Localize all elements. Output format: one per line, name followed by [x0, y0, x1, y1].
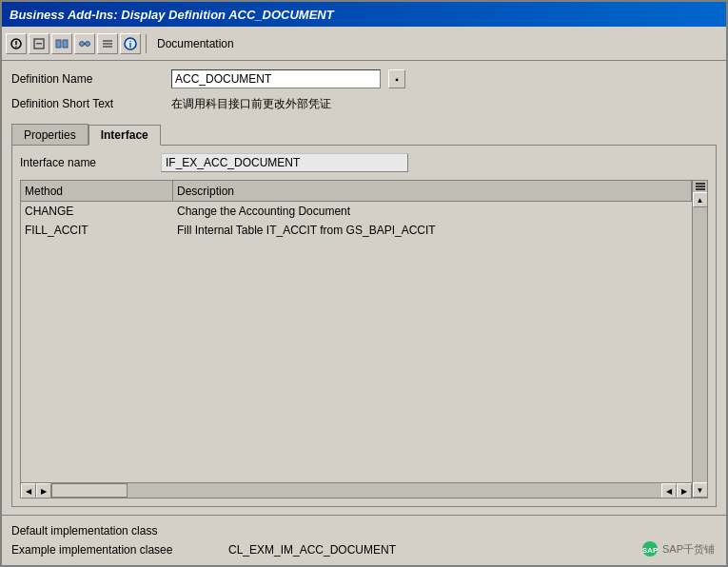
- interface-name-label: Interface name: [20, 156, 153, 169]
- svg-point-2: [15, 46, 17, 48]
- hscroll-end-right-btn[interactable]: ▶: [677, 483, 692, 498]
- svg-point-8: [86, 41, 90, 46]
- bottom-area: Default implementation class Example imp…: [2, 515, 726, 565]
- cell-method-1: FILL_ACCIT: [21, 221, 173, 239]
- tab-properties[interactable]: Properties: [11, 124, 89, 145]
- main-window: Business Add-Ins: Display Definition ACC…: [0, 0, 728, 567]
- svg-text:SAP: SAP: [642, 546, 659, 555]
- definition-name-btn[interactable]: ▪: [388, 69, 405, 88]
- svg-rect-15: [696, 183, 705, 185]
- table-row: [21, 278, 692, 297]
- default-impl-label: Default implementation class: [11, 524, 221, 538]
- hscroll-track: [51, 483, 661, 498]
- definition-short-text-label: Definition Short Text: [11, 97, 164, 110]
- col-header-method: Method: [21, 181, 173, 201]
- hscroll-thumb: [51, 483, 128, 498]
- cell-method-0: CHANGE: [21, 202, 173, 220]
- table-row: [21, 259, 692, 278]
- toolbar: i Documentation: [2, 27, 726, 61]
- definition-name-input[interactable]: [171, 69, 381, 88]
- default-impl-row: Default implementation class: [11, 521, 717, 540]
- svg-rect-5: [56, 40, 61, 48]
- tab-interface[interactable]: Interface: [89, 125, 161, 146]
- hscroll-right-btn[interactable]: ▶: [36, 483, 51, 498]
- toolbar-btn-1[interactable]: [6, 33, 27, 54]
- table-row[interactable]: FILL_ACCIT Fill Internal Table IT_ACCIT …: [21, 221, 692, 240]
- hscroll-left-btn[interactable]: ◀: [21, 483, 36, 498]
- example-impl-label: Example implementation clasee: [11, 543, 221, 557]
- vscroll-track: [693, 207, 708, 482]
- vscroll-down-btn[interactable]: ▼: [693, 482, 708, 498]
- tabs-header: Properties Interface: [11, 124, 717, 145]
- definition-short-text-row: Definition Short Text 在调用科目接口前更改外部凭证: [11, 93, 717, 114]
- horizontal-scrollbar: ◀ ▶ ◀ ▶: [21, 482, 692, 498]
- toolbar-btn-5[interactable]: [97, 33, 118, 54]
- toolbar-btn-4[interactable]: [74, 33, 95, 54]
- hscroll-end-left-btn[interactable]: ◀: [661, 483, 677, 498]
- tab-content-interface: Interface name IF_EX_ACC_DOCUMENT Method…: [11, 145, 717, 507]
- interface-name-row: Interface name IF_EX_ACC_DOCUMENT: [20, 153, 708, 172]
- toolbar-btn-3[interactable]: [51, 33, 72, 54]
- content-area: Definition Name ▪ Definition Short Text …: [2, 61, 726, 515]
- interface-name-value: IF_EX_ACC_DOCUMENT: [161, 153, 408, 172]
- table-row: [21, 316, 692, 335]
- documentation-label: Documentation: [157, 37, 234, 50]
- svg-text:i: i: [129, 40, 132, 49]
- example-impl-row: Example implementation clasee CL_EXM_IM_…: [11, 540, 717, 559]
- window-title: Business Add-Ins: Display Definition ACC…: [10, 8, 334, 22]
- methods-table-container: Method Description CHANGE Change the Acc…: [20, 180, 708, 499]
- toolbar-btn-info[interactable]: i: [120, 33, 141, 54]
- svg-point-7: [80, 41, 85, 46]
- title-bar: Business Add-Ins: Display Definition ACC…: [2, 2, 726, 27]
- table-header: Method Description: [21, 181, 692, 202]
- table-main: Method Description CHANGE Change the Acc…: [21, 181, 692, 498]
- table-body: CHANGE Change the Accounting Document FI…: [21, 202, 692, 482]
- toolbar-btn-2[interactable]: [29, 33, 49, 54]
- table-row[interactable]: CHANGE Change the Accounting Document: [21, 202, 692, 221]
- svg-rect-16: [696, 186, 705, 187]
- definition-name-row: Definition Name ▪: [11, 68, 717, 89]
- table-row: [21, 297, 692, 316]
- definition-name-label: Definition Name: [11, 72, 164, 86]
- vscroll-up-btn[interactable]: ▲: [693, 192, 708, 207]
- cell-desc-0: Change the Accounting Document: [173, 202, 692, 220]
- cell-desc-1: Fill Internal Table IT_ACCIT from GS_BAP…: [173, 221, 692, 239]
- watermark: SAP SAP千货铺: [641, 540, 715, 557]
- vertical-scrollbar: ▲ ▼: [692, 181, 707, 498]
- table-row: [21, 240, 692, 259]
- example-impl-value: CL_EXM_IM_ACC_DOCUMENT: [228, 543, 396, 557]
- toolbar-separator: [146, 34, 147, 53]
- svg-rect-6: [63, 40, 68, 48]
- svg-rect-4: [36, 43, 42, 45]
- definition-short-text-value: 在调用科目接口前更改外部凭证: [171, 96, 331, 112]
- tabs-container: Properties Interface Interface name IF_E…: [11, 124, 717, 507]
- col-settings-btn[interactable]: [692, 181, 709, 192]
- svg-rect-17: [696, 188, 705, 190]
- col-header-description: Description: [173, 181, 692, 201]
